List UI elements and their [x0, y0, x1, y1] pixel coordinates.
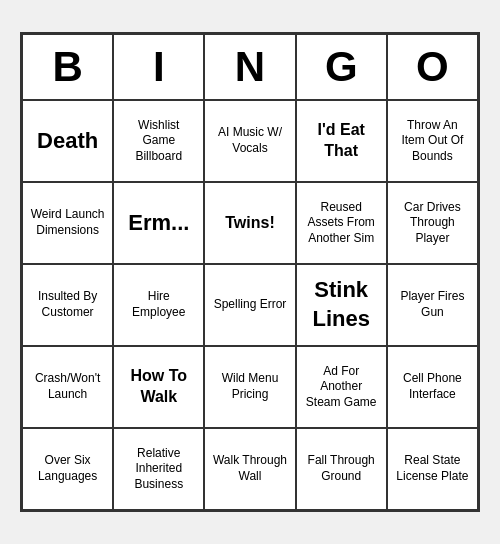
bingo-cell-4: Throw An Item Out Of Bounds [387, 100, 478, 182]
bingo-cell-23: Fall Through Ground [296, 428, 387, 510]
bingo-cell-20: Over Six Languages [22, 428, 113, 510]
bingo-cell-2: AI Music W/ Vocals [204, 100, 295, 182]
bingo-cell-24: Real State License Plate [387, 428, 478, 510]
bingo-cell-13: Stink Lines [296, 264, 387, 346]
header-letter-o: O [387, 34, 478, 100]
bingo-cell-3: I'd Eat That [296, 100, 387, 182]
bingo-cell-1: Wishlist Game Billboard [113, 100, 204, 182]
bingo-cell-6: Erm... [113, 182, 204, 264]
bingo-cell-9: Car Drives Through Player [387, 182, 478, 264]
header-letter-b: B [22, 34, 113, 100]
bingo-cell-7: Twins! [204, 182, 295, 264]
header-letter-i: I [113, 34, 204, 100]
bingo-cell-12: Spelling Error [204, 264, 295, 346]
bingo-cell-18: Ad For Another Steam Game [296, 346, 387, 428]
bingo-cell-21: Relative Inherited Business [113, 428, 204, 510]
header-letter-n: N [204, 34, 295, 100]
bingo-cell-8: Reused Assets From Another Sim [296, 182, 387, 264]
bingo-cell-10: Insulted By Customer [22, 264, 113, 346]
bingo-cell-5: Weird Launch Dimensions [22, 182, 113, 264]
bingo-cell-11: Hire Employee [113, 264, 204, 346]
bingo-cell-19: Cell Phone Interface [387, 346, 478, 428]
bingo-cell-22: Walk Through Wall [204, 428, 295, 510]
header-letter-g: G [296, 34, 387, 100]
bingo-header: BINGO [22, 34, 478, 100]
bingo-cell-0: Death [22, 100, 113, 182]
bingo-cell-14: Player Fires Gun [387, 264, 478, 346]
bingo-cell-16: How To Walk [113, 346, 204, 428]
bingo-cell-17: Wild Menu Pricing [204, 346, 295, 428]
bingo-cell-15: Crash/Won't Launch [22, 346, 113, 428]
bingo-card: BINGO DeathWishlist Game BillboardAI Mus… [20, 32, 480, 512]
bingo-grid: DeathWishlist Game BillboardAI Music W/ … [22, 100, 478, 510]
